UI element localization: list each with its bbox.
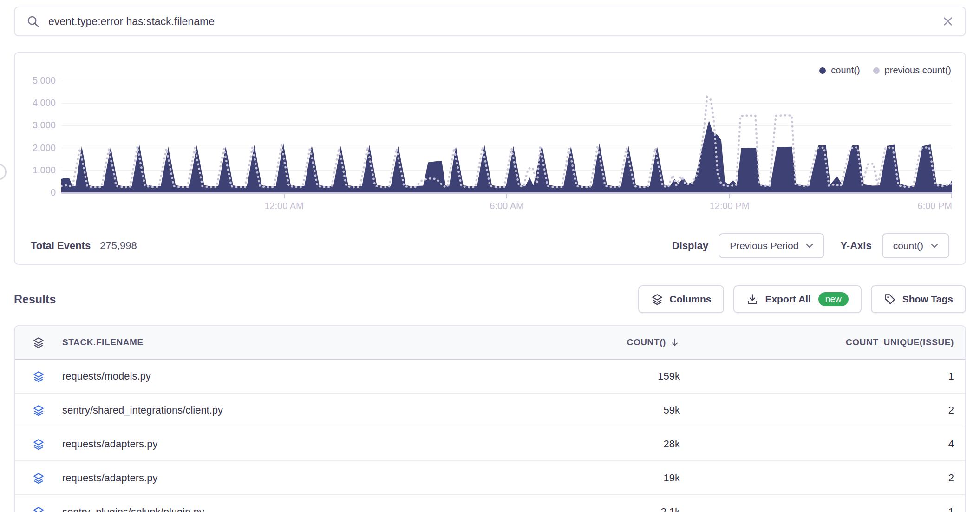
table-row[interactable]: requests/adapters.py28k4 [15,427,965,461]
stack-filename-cell[interactable]: requests/adapters.py [62,472,547,484]
x-axis-tickmark [951,194,952,198]
display-select-value: Previous Period [730,240,798,251]
table-row[interactable]: sentry/shared_integrations/client.py59k2 [15,394,965,427]
y-axis-tick-label: 1,000 [15,165,56,176]
stack-filename-cell[interactable]: requests/models.py [62,370,547,382]
y-axis-labels: 5,0004,0003,0002,0001,0000 [15,81,56,193]
x-axis-tick-label: 6:00 PM [918,201,952,211]
sort-desc-icon [670,337,680,348]
y-axis-tick-label: 3,000 [15,120,56,131]
yaxis-select[interactable]: count() [882,233,949,258]
show-tags-button[interactable]: Show Tags [871,285,966,313]
legend-label: count() [831,65,860,76]
new-badge: new [818,292,849,306]
x-axis-tick-label: 12:00 PM [710,201,750,211]
results-header: Results Columns Export All new Show Tags [14,285,966,313]
x-axis-ticks [61,194,952,198]
legend-item-previous-count[interactable]: previous count() [873,65,951,76]
count-unique-cell: 2 [686,472,965,484]
search-input[interactable] [48,15,942,28]
export-all-button[interactable]: Export All new [733,285,861,313]
x-axis-tick-label: 6:00 AM [490,201,523,211]
stack-filename-cell[interactable]: sentry/shared_integrations/client.py [62,404,547,416]
total-events-label: Total Events [31,240,91,252]
count-unique-cell: 1 [686,370,965,382]
legend-label: previous count() [885,65,951,76]
count-cell: 2.1k [547,506,686,512]
y-axis-tick-label: 0 [15,187,56,198]
chart-legend: count() previous count() [819,65,951,76]
x-axis-tickmark [729,194,730,198]
count-legend-dot [819,67,826,74]
columns-button-label: Columns [670,294,712,305]
count-cell: 19k [547,472,686,484]
x-axis-tick-label: 12:00 AM [264,201,304,211]
y-axis-tick-label: 2,000 [15,143,56,153]
count-cell: 159k [547,370,686,382]
layers-icon [15,370,62,382]
x-axis-labels: 12:00 AM6:00 AM12:00 PM6:00 PM [61,201,952,213]
x-axis-line [61,192,952,194]
y-axis-tick-label: 4,000 [15,98,56,108]
search-icon [26,14,40,28]
layers-icon [15,404,62,416]
layers-icon [15,472,62,484]
chevron-down-icon [806,243,813,249]
chart-plot-area[interactable] [61,81,952,193]
close-icon[interactable] [942,15,954,27]
columns-button[interactable]: Columns [638,285,725,313]
results-title: Results [14,293,56,306]
download-icon [746,293,758,305]
count-unique-cell: 4 [686,438,965,450]
y-axis-tick-label: 5,000 [15,75,56,86]
column-header-count-unique[interactable]: COUNT_UNIQUE(ISSUE) [686,337,965,348]
stack-filename-cell[interactable]: sentry_plugins/splunk/plugin.py [62,506,547,512]
events-chart-panel: count() previous count() 5,0004,0003,000… [14,52,966,265]
x-axis-tickmark [506,194,507,198]
display-label: Display [672,240,708,252]
count-unique-cell: 1 [686,506,965,512]
table-row[interactable]: requests/adapters.py19k2 [15,461,965,495]
chevron-down-icon [931,243,938,249]
layers-icon [651,293,663,305]
layers-icon [15,438,62,450]
legend-item-count[interactable]: count() [819,65,860,76]
display-select[interactable]: Previous Period [719,233,824,258]
left-edge-artifact [0,164,7,180]
export-button-label: Export All [765,294,810,305]
show-tags-button-label: Show Tags [902,294,953,305]
column-header-count[interactable]: COUNT() [547,337,686,348]
column-header-stack-filename[interactable]: STACK.FILENAME [62,337,547,348]
table-row[interactable]: requests/models.py159k1 [15,360,965,394]
search-bar[interactable] [14,7,966,36]
layers-icon[interactable] [15,336,62,348]
count-header-label: COUNT() [627,337,666,348]
layers-icon [15,506,62,512]
count-cell: 59k [547,404,686,416]
total-events-value: 275,998 [100,240,137,252]
previous-count-legend-dot [873,67,880,74]
count-area [61,120,952,193]
x-axis-tickmark [284,194,285,198]
count-unique-cell: 2 [686,404,965,416]
tag-icon [884,293,896,305]
table-row[interactable]: sentry_plugins/splunk/plugin.py2.1k1 [15,495,965,512]
table-header-row: STACK.FILENAME COUNT() COUNT_UNIQUE(ISSU… [15,326,965,360]
yaxis-select-value: count() [893,240,923,251]
y-axis-label: Y-Axis [840,240,871,252]
count-cell: 28k [547,438,686,450]
stack-filename-cell[interactable]: requests/adapters.py [62,438,547,450]
results-table: STACK.FILENAME COUNT() COUNT_UNIQUE(ISSU… [14,325,966,512]
chart-footer: Total Events 275,998 Display Previous Pe… [31,233,949,259]
